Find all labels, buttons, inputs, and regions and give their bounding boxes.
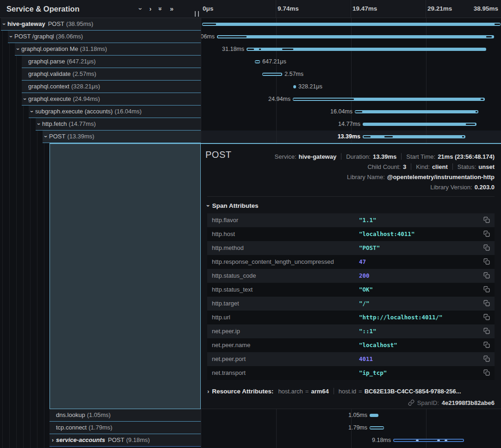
span-duration-bar[interactable] bbox=[247, 48, 486, 51]
span-name-cell[interactable]: ›POST(13.39ms) bbox=[43, 131, 201, 143]
span-name-cell[interactable]: ›hive-gatewayPOST(38.95ms) bbox=[1, 18, 201, 31]
span-duration-bar[interactable] bbox=[217, 35, 494, 38]
attribute-key: http.status_code bbox=[212, 269, 256, 283]
start-time-label: Start Time: bbox=[406, 153, 435, 160]
span-row[interactable]: graphql.parse(647.21μs) bbox=[0, 56, 201, 68]
span-name-cell[interactable]: tcp.connect(1.79ms) bbox=[49, 422, 201, 434]
span-name-cell[interactable]: ›graphql.execute(24.94ms) bbox=[22, 93, 201, 106]
span-bar-row: 2.57ms bbox=[201, 68, 501, 81]
copy-icon[interactable] bbox=[483, 314, 490, 320]
expand-one-button[interactable]: › bbox=[140, 6, 142, 12]
timeline-header: Service & Operation ››»» 0μs9.74ms19.47m… bbox=[0, 0, 501, 18]
chevron-right-icon[interactable]: › bbox=[49, 434, 56, 446]
span-name-cell[interactable]: dns.lookup(1.05ms) bbox=[49, 409, 201, 422]
timeline-tick: 0μs bbox=[203, 0, 213, 18]
chevron-down-icon[interactable]: › bbox=[22, 93, 28, 105]
copy-icon[interactable] bbox=[483, 244, 490, 251]
attribute-key: net.peer.name bbox=[212, 338, 250, 352]
copy-icon[interactable] bbox=[483, 286, 490, 292]
start-time-value: 21ms (23:56:48.174) bbox=[438, 153, 495, 160]
span-row[interactable]: tcp.connect(1.79ms) bbox=[0, 422, 201, 434]
span-row[interactable]: dns.lookup(1.05ms) bbox=[0, 409, 201, 422]
copy-icon[interactable] bbox=[483, 328, 490, 334]
chevron-down-icon[interactable]: › bbox=[15, 43, 21, 55]
child-count-label: Child Count: bbox=[367, 163, 401, 170]
span-name-cell[interactable]: ›graphql.operation Me(31.18ms) bbox=[15, 43, 201, 56]
span-duration-bar[interactable] bbox=[262, 73, 282, 76]
span-row[interactable]: graphql.validate(2.57ms) bbox=[0, 68, 201, 81]
span-duration-bar[interactable] bbox=[355, 110, 478, 113]
span-duration-bar[interactable] bbox=[255, 60, 260, 63]
span-bar-row: 31.18ms bbox=[201, 43, 501, 56]
collapse-all-button[interactable]: » bbox=[170, 6, 173, 12]
copy-icon[interactable] bbox=[483, 355, 490, 362]
timeline-gridline bbox=[276, 0, 276, 18]
span-attributes-header[interactable]: › Span Attributes bbox=[207, 202, 259, 209]
equals-sign: = bbox=[305, 388, 309, 395]
span-detail-title: POST bbox=[205, 149, 231, 160]
copy-icon[interactable] bbox=[483, 258, 490, 265]
span-duration-bar[interactable] bbox=[293, 85, 296, 88]
bar-duration-label: 13.39ms bbox=[338, 131, 360, 143]
span-name-cell[interactable]: ›subgraph.execute (accounts)(16.04ms) bbox=[29, 106, 201, 118]
child-span-marker bbox=[495, 24, 500, 25]
span-row[interactable]: ›POST(13.39ms) bbox=[0, 131, 201, 143]
span-duration: (16.04ms) bbox=[115, 108, 142, 115]
attribute-row: http.response_content_length_uncompresse… bbox=[207, 255, 495, 269]
resource-attributes-header[interactable]: › Resource Attributes: host.arch = arm64… bbox=[207, 386, 461, 396]
chevron-down-icon[interactable]: › bbox=[8, 31, 14, 43]
span-duration-bar[interactable] bbox=[370, 426, 384, 429]
span-row[interactable]: ›graphql.operation Me(31.18ms) bbox=[0, 43, 201, 56]
span-duration-bar[interactable] bbox=[363, 123, 476, 126]
span-name-cell[interactable]: graphql.validate(2.57ms) bbox=[22, 68, 201, 81]
copy-icon[interactable] bbox=[483, 230, 490, 237]
bar-duration-label: 24.94ms bbox=[268, 93, 291, 106]
expand-all-button[interactable]: » bbox=[159, 6, 162, 12]
copy-icon[interactable] bbox=[483, 369, 490, 376]
chevron-down-icon[interactable]: › bbox=[43, 131, 49, 143]
link-icon[interactable] bbox=[408, 399, 414, 406]
timeline-tick: 29.21ms bbox=[427, 0, 452, 18]
chevron-down-icon: › bbox=[205, 205, 212, 207]
copy-icon[interactable] bbox=[483, 217, 490, 223]
span-name-cell[interactable]: graphql.parse(647.21μs) bbox=[22, 56, 201, 68]
copy-icon[interactable] bbox=[483, 272, 490, 279]
copy-icon[interactable] bbox=[483, 342, 490, 348]
span-row[interactable]: ›http.fetch(14.77ms) bbox=[0, 118, 201, 131]
chevron-down-icon[interactable]: › bbox=[1, 18, 7, 30]
span-name-cell[interactable]: ›POST /graphql(36.06ms) bbox=[8, 31, 201, 43]
span-row[interactable]: ›graphql.execute(24.94ms) bbox=[0, 93, 201, 106]
kind-value: client bbox=[432, 163, 448, 170]
attribute-key: net.transport bbox=[212, 366, 246, 380]
span-duration-bar[interactable] bbox=[363, 135, 465, 138]
span-duration-bar[interactable] bbox=[370, 414, 378, 417]
span-bar-row: 647.21μs bbox=[201, 56, 501, 68]
bar-duration-label: 36.06ms bbox=[201, 31, 215, 43]
operation-name: graphql.context bbox=[28, 83, 69, 90]
span-row[interactable]: ›service-accountsPOST(9.18ms) bbox=[0, 434, 201, 447]
span-duration-bar[interactable] bbox=[393, 439, 464, 442]
collapse-one-button[interactable]: › bbox=[149, 6, 152, 12]
chevron-down-icon[interactable]: › bbox=[36, 118, 42, 130]
span-duration-bar[interactable] bbox=[293, 98, 485, 101]
span-row[interactable]: graphql.context(328.21μs) bbox=[0, 81, 201, 93]
library-version-value: 0.203.0 bbox=[475, 184, 495, 191]
collapse-all-icon: » bbox=[170, 6, 173, 12]
attribute-value: "OK" bbox=[359, 283, 373, 297]
span-name-cell[interactable]: graphql.context(328.21μs) bbox=[22, 81, 201, 93]
operation-name: tcp.connect bbox=[56, 424, 87, 431]
span-duration-bar[interactable] bbox=[202, 23, 501, 26]
copy-icon[interactable] bbox=[483, 300, 490, 306]
operation-name: subgraph.execute (accounts) bbox=[35, 108, 113, 115]
chevron-down-icon[interactable]: › bbox=[29, 106, 35, 118]
span-row[interactable]: ›POST /graphql(36.06ms) bbox=[0, 31, 201, 43]
column-resizer[interactable] bbox=[195, 11, 199, 17]
bar-duration-label: 2.57ms bbox=[285, 68, 303, 81]
span-name-cell[interactable]: ›service-accountsPOST(9.18ms) bbox=[49, 434, 201, 447]
span-row[interactable]: ›hive-gatewayPOST(38.95ms) bbox=[0, 18, 201, 31]
child-span-marker bbox=[247, 49, 254, 50]
span-row[interactable]: ›subgraph.execute (accounts)(16.04ms) bbox=[0, 106, 201, 118]
span-name-cell[interactable]: ›http.fetch(14.77ms) bbox=[36, 118, 201, 131]
resource-key: host.id bbox=[339, 388, 356, 395]
trace-viewer: 36.06ms31.18ms647.21μs2.57ms328.21μs24.9… bbox=[0, 0, 501, 448]
